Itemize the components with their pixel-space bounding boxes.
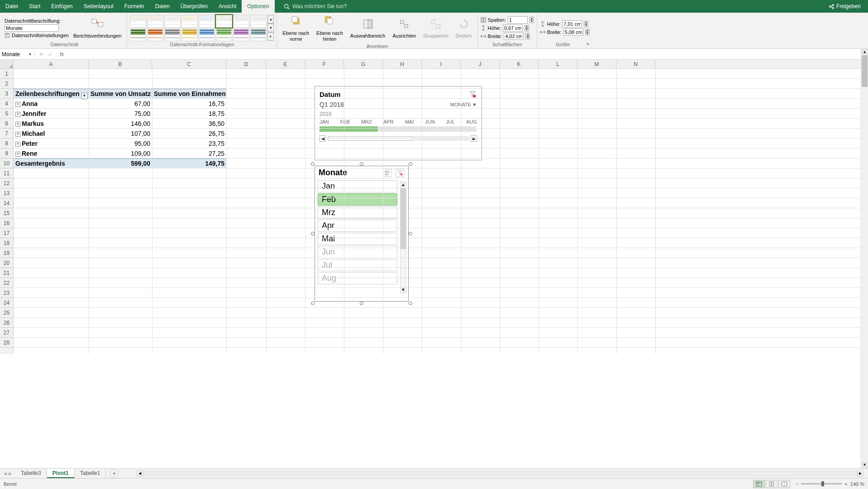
bring-forward-button[interactable]: Ebene nach vorne bbox=[280, 14, 312, 43]
scroll-right-button[interactable]: ▶ bbox=[857, 470, 863, 477]
size-dialog-launcher[interactable]: ⬊ bbox=[586, 42, 590, 46]
zoom-out-button[interactable]: − bbox=[796, 481, 798, 487]
spin-down[interactable]: ▼ bbox=[529, 20, 534, 23]
expand-button[interactable]: + bbox=[15, 102, 20, 107]
column-header[interactable]: I bbox=[422, 60, 461, 68]
cell[interactable]: 599,00 bbox=[89, 158, 152, 168]
horizontal-scrollbar[interactable]: ◀ ▶ bbox=[137, 470, 863, 477]
cell[interactable]: 26,75 bbox=[152, 129, 226, 139]
row-header[interactable]: 22 bbox=[0, 278, 13, 288]
name-box[interactable]: Monate▼ bbox=[0, 51, 34, 58]
row-header[interactable]: 25 bbox=[0, 308, 13, 318]
sheet-nav-first[interactable]: ◀ bbox=[4, 471, 7, 476]
sheet-tab[interactable]: Pivot1 bbox=[47, 469, 75, 478]
row-header[interactable]: 7 bbox=[0, 129, 13, 139]
cell[interactable]: 109,00 bbox=[89, 149, 152, 158]
sheet-tab[interactable]: Tabelle3 bbox=[15, 469, 47, 478]
column-header[interactable]: M bbox=[577, 60, 616, 68]
ribbon-tab-daten[interactable]: Daten bbox=[150, 0, 175, 13]
caption-input[interactable] bbox=[5, 24, 59, 32]
slicer-settings-button[interactable]: Datenschnitteinstellungen bbox=[5, 33, 69, 38]
column-header[interactable]: L bbox=[539, 60, 577, 68]
cell[interactable]: Summe von Umsatz bbox=[89, 89, 152, 99]
slicer-style-swatch[interactable] bbox=[216, 29, 232, 41]
slicer-style-swatch[interactable] bbox=[250, 15, 267, 28]
ribbon-tab-formeln[interactable]: Formeln bbox=[119, 0, 150, 13]
ribbon-tab-überprüfen[interactable]: Überprüfen bbox=[175, 0, 213, 13]
cell[interactable]: 146,00 bbox=[89, 119, 152, 129]
row-header[interactable]: 28 bbox=[0, 338, 13, 348]
slicer-style-swatch[interactable] bbox=[181, 15, 198, 28]
cell[interactable]: +Markus bbox=[14, 119, 89, 129]
cell[interactable]: Summe von Einnahmen bbox=[152, 89, 226, 99]
spin-up[interactable]: ▲ bbox=[584, 21, 588, 24]
view-page-break-button[interactable] bbox=[778, 480, 790, 488]
column-header[interactable]: D bbox=[226, 60, 266, 68]
row-header[interactable]: 2 bbox=[0, 79, 13, 89]
row-header[interactable]: 4 bbox=[0, 99, 13, 109]
cell[interactable]: 149,75 bbox=[152, 158, 226, 168]
column-header[interactable]: H bbox=[383, 60, 422, 68]
expand-button[interactable]: + bbox=[15, 122, 20, 127]
cell[interactable]: 27,25 bbox=[152, 149, 226, 158]
cell[interactable]: +Jennifer bbox=[14, 109, 89, 119]
row-header[interactable]: 19 bbox=[0, 248, 13, 258]
zoom-slider[interactable] bbox=[801, 483, 842, 484]
report-connections-button[interactable]: Berichtsverbindungen bbox=[71, 16, 124, 40]
gallery-more-button[interactable]: ▼ bbox=[267, 24, 274, 32]
zoom-level[interactable]: 140 % bbox=[850, 481, 864, 487]
row-header[interactable]: 1 bbox=[0, 69, 13, 79]
row-header[interactable]: 23 bbox=[0, 288, 13, 298]
row-header[interactable]: 5 bbox=[0, 109, 13, 119]
fx-icon[interactable]: fx bbox=[60, 51, 64, 58]
cell[interactable]: +Peter bbox=[14, 139, 89, 149]
spin-up[interactable]: ▲ bbox=[525, 33, 530, 36]
row-header[interactable]: 27 bbox=[0, 328, 13, 338]
cell[interactable]: 75,00 bbox=[89, 109, 152, 119]
cell[interactable]: 23,75 bbox=[152, 139, 226, 149]
slicer-style-swatch[interactable] bbox=[130, 15, 146, 28]
row-header[interactable]: 3 bbox=[0, 89, 13, 99]
cell[interactable]: 107,00 bbox=[89, 129, 152, 139]
share-button[interactable]: Freigeben bbox=[826, 2, 863, 10]
sheet-nav-last[interactable]: ▶ bbox=[9, 471, 12, 476]
slicer-style-swatch[interactable] bbox=[250, 29, 267, 41]
slicer-style-swatch[interactable] bbox=[181, 29, 198, 41]
cell[interactable]: 36,50 bbox=[152, 119, 226, 129]
column-header[interactable]: J bbox=[461, 60, 500, 68]
scroll-left-button[interactable]: ◀ bbox=[137, 470, 143, 477]
slicer-style-swatch[interactable] bbox=[164, 15, 181, 28]
slicer-style-swatch[interactable] bbox=[233, 29, 249, 41]
new-sheet-button[interactable]: + bbox=[110, 469, 119, 478]
formula-input[interactable] bbox=[67, 51, 868, 58]
expand-button[interactable]: + bbox=[15, 112, 20, 117]
scrollbar-thumb[interactable] bbox=[862, 55, 868, 87]
column-header[interactable]: N bbox=[616, 60, 655, 68]
column-header[interactable]: C bbox=[152, 60, 226, 68]
row-header[interactable]: 17 bbox=[0, 228, 13, 238]
cell[interactable]: +Michael bbox=[14, 129, 89, 139]
align-button[interactable]: Ausrichten bbox=[390, 18, 419, 40]
expand-button[interactable]: + bbox=[15, 152, 20, 157]
row-header[interactable]: 10 bbox=[0, 158, 13, 168]
zoom-in-button[interactable]: + bbox=[844, 481, 847, 487]
column-header[interactable]: A bbox=[14, 60, 89, 68]
ribbon-tab-seitenlayout[interactable]: Seitenlayout bbox=[78, 0, 119, 13]
column-header[interactable]: G bbox=[344, 60, 383, 68]
row-header[interactable]: 9 bbox=[0, 149, 13, 158]
slicer-style-swatch[interactable] bbox=[147, 29, 163, 41]
cell[interactable]: Zeilenbeschriftungen▼ bbox=[14, 89, 89, 99]
cell[interactable]: Gesamtergebnis bbox=[14, 158, 89, 168]
tell-me-search[interactable]: Was möchten Sie tun? bbox=[284, 3, 347, 10]
view-normal-button[interactable] bbox=[753, 480, 765, 488]
row-header[interactable]: 14 bbox=[0, 198, 13, 208]
scroll-down-button[interactable]: ▼ bbox=[861, 462, 868, 468]
sheet-tab[interactable]: Tabelle1 bbox=[75, 469, 106, 478]
row-header[interactable]: 26 bbox=[0, 318, 13, 328]
row-header[interactable]: 16 bbox=[0, 218, 13, 228]
cell[interactable]: 16,75 bbox=[152, 99, 226, 109]
slicer-style-swatch[interactable] bbox=[199, 29, 215, 41]
btn-width-input[interactable] bbox=[504, 33, 524, 40]
selection-pane-button[interactable]: Auswahlbereich bbox=[348, 18, 388, 40]
vertical-scrollbar[interactable]: ▲ ▼ bbox=[861, 49, 868, 468]
